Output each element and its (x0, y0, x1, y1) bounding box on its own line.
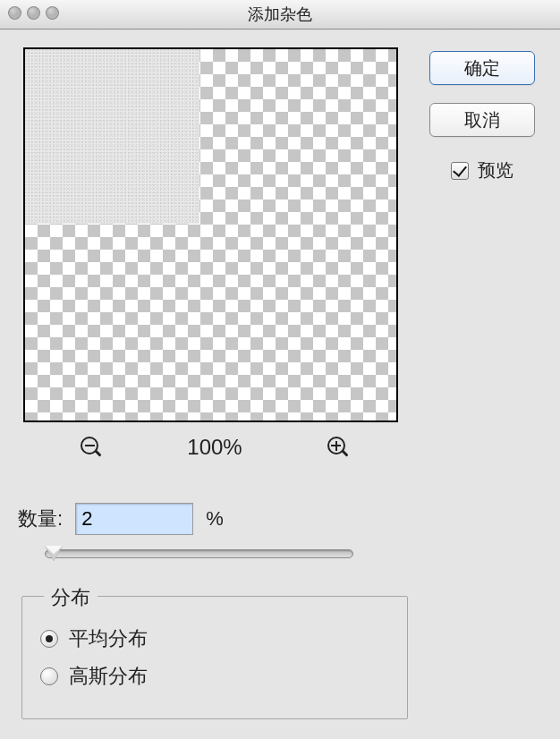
main-panel: 100% 数量: % 分布 平均分布 高斯分布 (18, 47, 412, 719)
ok-button[interactable]: 确定 (429, 51, 535, 85)
window-title: 添加杂色 (248, 5, 312, 23)
zoom-level: 100% (187, 435, 242, 460)
radio-uniform-label: 平均分布 (69, 625, 148, 652)
zoom-in-icon[interactable] (327, 437, 349, 458)
zoom-window-icon[interactable] (47, 7, 58, 19)
amount-input[interactable] (75, 503, 193, 535)
amount-row: 数量: % (18, 503, 412, 535)
preview-checkbox[interactable]: 预览 (451, 158, 513, 183)
checkbox-icon (451, 162, 469, 180)
slider-track (45, 549, 353, 558)
cancel-button-label: 取消 (464, 108, 500, 132)
cancel-button[interactable]: 取消 (429, 103, 535, 137)
radio-gaussian[interactable]: 高斯分布 (40, 663, 389, 690)
amount-label: 数量: (18, 505, 63, 532)
zoom-controls: 100% (81, 435, 349, 460)
distribution-group: 分布 平均分布 高斯分布 (21, 596, 408, 719)
radio-uniform[interactable]: 平均分布 (40, 625, 389, 652)
slider-thumb[interactable] (45, 546, 63, 561)
amount-slider[interactable] (45, 542, 353, 564)
minimize-window-icon[interactable] (28, 7, 39, 19)
title-bar: 添加杂色 (0, 0, 560, 30)
preview-checkbox-label: 预览 (478, 158, 513, 183)
preview-area[interactable] (23, 47, 398, 422)
side-panel: 确定 取消 预览 (424, 51, 540, 183)
ok-button-label: 确定 (464, 56, 500, 81)
window-controls (9, 7, 58, 19)
amount-unit: % (206, 507, 224, 531)
zoom-out-icon[interactable] (81, 437, 102, 458)
distribution-legend: 分布 (44, 584, 98, 611)
radio-icon (40, 630, 58, 648)
noise-sample (25, 49, 199, 224)
radio-gaussian-label: 高斯分布 (69, 663, 148, 690)
close-window-icon[interactable] (9, 7, 21, 19)
radio-icon (40, 667, 58, 685)
